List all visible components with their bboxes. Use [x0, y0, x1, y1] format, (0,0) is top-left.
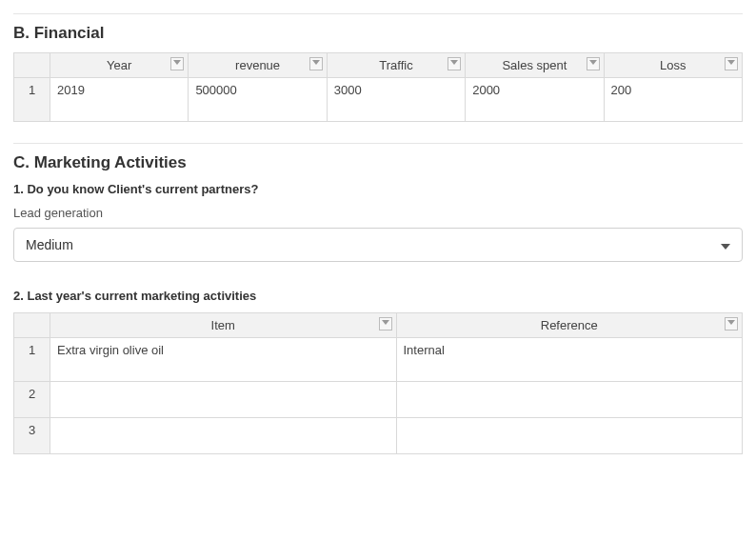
- filter-icon[interactable]: [725, 317, 738, 331]
- col-label: Sales spent: [502, 58, 567, 72]
- section-b-title: B. Financial: [13, 24, 743, 43]
- col-label: Year: [107, 58, 131, 72]
- col-label: Item: [211, 318, 235, 332]
- table-row: 1 2019 500000 3000 2000 200: [14, 78, 743, 122]
- cell-item[interactable]: [50, 418, 397, 454]
- cell-loss[interactable]: 200: [604, 78, 742, 122]
- col-rownum: [14, 53, 50, 78]
- col-label: Loss: [660, 58, 686, 72]
- filter-icon[interactable]: [587, 57, 600, 70]
- col-rownum: [14, 313, 50, 338]
- divider-mid: [13, 143, 743, 144]
- col-traffic[interactable]: Traffic: [327, 53, 465, 78]
- row-number: 3: [14, 418, 50, 454]
- row-number: 1: [14, 338, 50, 382]
- col-sales-spent[interactable]: Sales spent: [466, 53, 604, 78]
- cell-traffic[interactable]: 3000: [327, 78, 465, 122]
- filter-icon[interactable]: [309, 57, 323, 70]
- select-value: Medium: [26, 237, 73, 252]
- col-year[interactable]: Year: [50, 53, 189, 78]
- filter-icon[interactable]: [725, 57, 738, 70]
- table-row: 2: [14, 382, 743, 418]
- cell-sales-spent[interactable]: 2000: [466, 78, 604, 122]
- col-revenue[interactable]: revenue: [189, 53, 327, 78]
- cell-reference[interactable]: [396, 418, 743, 454]
- section-financial: B. Financial Year revenue Traff: [13, 24, 743, 122]
- filter-icon[interactable]: [170, 57, 184, 70]
- cell-item[interactable]: [50, 382, 397, 418]
- col-label: Traffic: [379, 58, 412, 72]
- col-label: Reference: [541, 318, 598, 332]
- table-header-row: Item Reference: [14, 313, 743, 338]
- activities-table: Item Reference 1 Extra virgin olive oil …: [13, 312, 743, 454]
- chevron-down-icon: [721, 237, 730, 252]
- lead-generation-select[interactable]: Medium: [13, 228, 743, 262]
- cell-reference[interactable]: [396, 382, 743, 418]
- question-1: 1. Do you know Client's current partners…: [13, 182, 743, 196]
- col-label: revenue: [235, 58, 280, 72]
- row-number: 2: [14, 382, 50, 418]
- col-item[interactable]: Item: [50, 313, 397, 338]
- filter-icon[interactable]: [379, 317, 392, 331]
- table-row: 1 Extra virgin olive oil Internal: [14, 338, 743, 382]
- section-c-title: C. Marketing Activities: [13, 153, 743, 172]
- cell-year[interactable]: 2019: [50, 78, 189, 122]
- cell-item[interactable]: Extra virgin olive oil: [50, 338, 397, 382]
- table-row: 3: [14, 418, 743, 454]
- row-number: 1: [14, 78, 50, 122]
- question-2: 2. Last year's current marketing activit…: [13, 289, 743, 303]
- financial-table: Year revenue Traffic: [13, 52, 743, 122]
- q1-label: Lead generation: [13, 206, 743, 220]
- table-header-row: Year revenue Traffic: [14, 53, 743, 78]
- cell-revenue[interactable]: 500000: [189, 78, 327, 122]
- cell-reference[interactable]: Internal: [396, 338, 743, 382]
- col-loss[interactable]: Loss: [604, 53, 742, 78]
- col-reference[interactable]: Reference: [396, 313, 743, 338]
- section-marketing: C. Marketing Activities 1. Do you know C…: [13, 153, 743, 454]
- filter-icon[interactable]: [448, 57, 461, 70]
- divider-top: [13, 13, 743, 14]
